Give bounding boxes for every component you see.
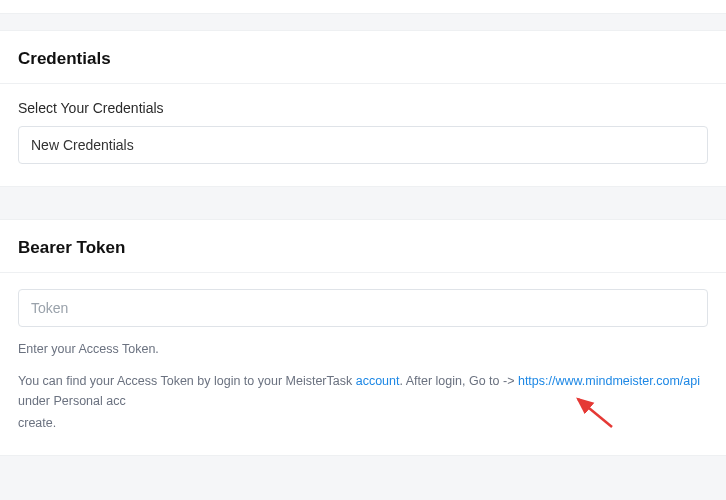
helper2-prefix: You can find your Access Token by login …: [18, 374, 356, 388]
panel-body-bearer: Enter your Access Token. You can find yo…: [0, 273, 726, 455]
panel-header-bearer: Bearer Token: [0, 220, 726, 273]
token-helper-3: create.: [18, 413, 708, 433]
token-helper-2: You can find your Access Token by login …: [18, 371, 708, 411]
helper2-mid: . After login, Go to ->: [399, 374, 517, 388]
credentials-title: Credentials: [18, 49, 708, 69]
bottom-gap: [0, 456, 726, 500]
panel-bearer: Bearer Token Enter your Access Token. Yo…: [0, 219, 726, 456]
credentials-select-label: Select Your Credentials: [18, 100, 708, 116]
panel-header-credentials: Credentials: [0, 31, 726, 84]
credentials-select-value: New Credentials: [31, 137, 134, 153]
credentials-select[interactable]: New Credentials: [18, 126, 708, 164]
panel-credentials: Credentials Select Your Credentials New …: [0, 30, 726, 187]
token-input[interactable]: [18, 289, 708, 327]
account-link[interactable]: account: [356, 374, 400, 388]
gap: [0, 14, 726, 30]
bearer-title: Bearer Token: [18, 238, 708, 258]
helper2-suffix: under Personal acc: [18, 394, 126, 408]
api-link[interactable]: https://www.mindmeister.com/api: [518, 374, 700, 388]
gap: [0, 187, 726, 219]
panel-body-credentials: Select Your Credentials New Credentials: [0, 84, 726, 186]
token-helper-1: Enter your Access Token.: [18, 339, 708, 359]
top-band: [0, 0, 726, 14]
